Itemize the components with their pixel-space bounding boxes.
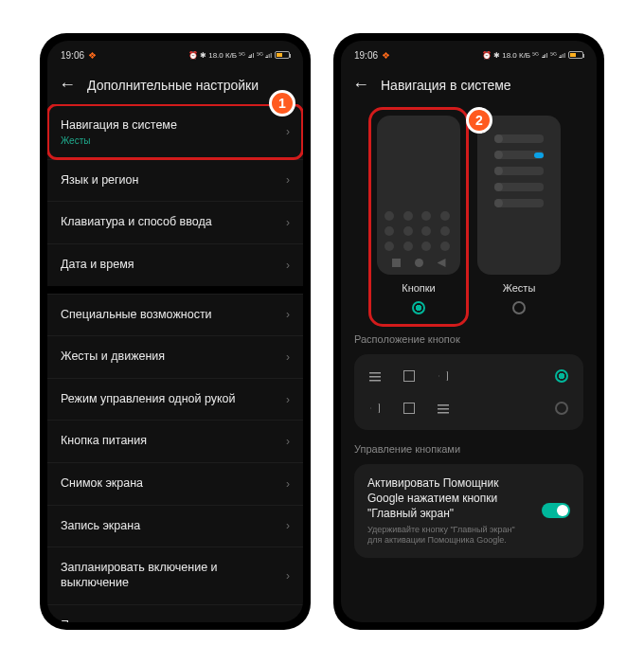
layout-radio-1[interactable] — [555, 369, 568, 383]
triangle-back-icon — [369, 403, 381, 414]
row-label: Жесты и движения — [61, 349, 165, 365]
nav-mode-buttons[interactable]: Кнопки — [371, 110, 466, 324]
row-label: Снимок экрана — [61, 476, 143, 492]
layout-radio-2[interactable] — [555, 402, 568, 415]
status-indicator-icon: ❖ — [382, 50, 390, 61]
phone-right: 2 19:06 ❖ ⏰ ✱ 18.0 К/Б ⁵ᴳ ₄ıl ⁵ᴳ ₄ıl ← Н… — [333, 33, 604, 630]
back-icon[interactable]: ← — [352, 75, 369, 95]
row-label: Дата и время — [61, 258, 134, 273]
row-label: Язык и регион — [61, 173, 138, 188]
chevron-right-icon: › — [286, 393, 290, 406]
row-scheduled-power[interactable]: Запланировать включение и выключение › — [47, 547, 303, 603]
row-sub: Жесты — [61, 135, 177, 146]
radio-buttons[interactable] — [412, 301, 425, 314]
row-label: Запись экрана — [61, 519, 140, 534]
row-label: Навигация в системе — [61, 118, 177, 134]
assistant-title: Активировать Помощник Google нажатием кн… — [367, 475, 530, 522]
menu-icon — [369, 370, 381, 382]
battery-icon — [275, 51, 290, 59]
section-title-mgmt: Управление кнопками — [341, 430, 597, 460]
row-screenrecord[interactable]: Запись экрана › — [47, 505, 303, 547]
row-language[interactable]: Язык и регион › — [47, 159, 303, 202]
row-datetime[interactable]: Дата и время › — [47, 243, 303, 286]
row-label: Специальные возможности — [61, 308, 212, 323]
chevron-right-icon: › — [286, 435, 290, 448]
button-layout-card — [354, 354, 583, 430]
chevron-right-icon: › — [286, 569, 290, 582]
page-title: Дополнительные настройки — [87, 78, 259, 93]
assistant-sub: Удерживайте кнопку "Главный экран" для а… — [367, 525, 530, 547]
square-icon — [403, 370, 415, 382]
row-recommendations[interactable]: Получать рекомендации › — [47, 604, 303, 623]
row-screenshot[interactable]: Снимок экрана › — [47, 462, 303, 505]
layout-option-1[interactable] — [354, 360, 583, 392]
row-label: Клавиатура и способ ввода — [61, 215, 212, 230]
status-bar: 19:06 ❖ ⏰ ✱ 18.0 К/Б ⁵ᴳ ₄ıl ⁵ᴳ ₄ıl — [341, 41, 597, 62]
status-time: 19:06 — [61, 50, 84, 61]
nav-settings-content: Кнопки Жесты Расположение кнопок — [341, 104, 597, 622]
assistant-home-card[interactable]: Активировать Помощник Google нажатием кн… — [354, 464, 583, 558]
screen-system-navigation: 2 19:06 ❖ ⏰ ✱ 18.0 К/Б ⁵ᴳ ₄ıl ⁵ᴳ ₄ıl ← Н… — [341, 41, 597, 622]
chevron-right-icon: › — [286, 618, 290, 622]
row-label: Получать рекомендации — [61, 618, 195, 623]
section-separator — [47, 286, 303, 294]
row-powerbutton[interactable]: Кнопка питания › — [47, 420, 303, 462]
square-icon — [403, 403, 415, 414]
row-navigation[interactable]: Навигация в системе Жесты › — [47, 104, 303, 159]
screen-additional-settings: 1 19:06 ❖ ⏰ ✱ 18.0 К/Б ⁵ᴳ ₄ıl ⁵ᴳ ₄ıl ← Д… — [47, 41, 303, 622]
row-gestures[interactable]: Жесты и движения › — [47, 335, 303, 378]
nav-mode-gestures[interactable]: Жесты — [477, 116, 561, 314]
row-onehand[interactable]: Режим управления одной рукой › — [47, 378, 303, 421]
chevron-right-icon: › — [286, 519, 290, 532]
step-badge-2: 2 — [466, 107, 492, 134]
status-indicator-icon: ❖ — [88, 50, 97, 61]
status-right-cluster: ⏰ ✱ 18.0 К/Б ⁵ᴳ ₄ıl ⁵ᴳ ₄ıl — [188, 51, 272, 60]
row-accessibility[interactable]: Специальные возможности › — [47, 294, 303, 336]
row-label: Режим управления одной рукой — [61, 392, 236, 407]
battery-icon — [568, 51, 583, 59]
chevron-right-icon: › — [286, 173, 290, 187]
step-badge-1: 1 — [269, 90, 295, 116]
chevron-right-icon: › — [286, 308, 290, 321]
settings-list: Навигация в системе Жесты › Язык и регио… — [47, 104, 303, 622]
nav-mode-label: Кнопки — [402, 282, 436, 294]
header: ← Дополнительные настройки — [47, 62, 303, 104]
layout-option-2[interactable] — [354, 392, 583, 424]
nav-mode-label: Жесты — [503, 282, 536, 294]
row-keyboard[interactable]: Клавиатура и способ ввода › — [47, 201, 303, 243]
page-title: Навигация в системе — [381, 78, 511, 93]
header: ← Навигация в системе — [341, 62, 597, 104]
chevron-right-icon: › — [286, 477, 290, 491]
status-bar: 19:06 ❖ ⏰ ✱ 18.0 К/Б ⁵ᴳ ₄ıl ⁵ᴳ ₄ıl — [47, 41, 303, 62]
row-label: Запланировать включение и выключение — [61, 561, 286, 590]
chevron-right-icon: › — [286, 216, 290, 229]
phone-left: 1 19:06 ❖ ⏰ ✱ 18.0 К/Б ⁵ᴳ ₄ıl ⁵ᴳ ₄ıl ← Д… — [40, 33, 311, 630]
menu-icon — [438, 403, 449, 414]
chevron-right-icon: › — [286, 259, 290, 272]
chevron-right-icon: › — [286, 125, 290, 138]
status-right-cluster: ⏰ ✱ 18.0 К/Б ⁵ᴳ ₄ıl ⁵ᴳ ₄ıl — [482, 51, 565, 60]
triangle-back-icon — [438, 370, 449, 382]
mockup-buttons-icon — [377, 116, 460, 275]
chevron-right-icon: › — [286, 350, 290, 364]
assistant-toggle[interactable] — [542, 503, 570, 518]
radio-gestures[interactable] — [512, 301, 526, 314]
back-icon[interactable]: ← — [59, 75, 76, 95]
mockup-gestures-icon — [477, 116, 561, 275]
section-title-layout: Расположение кнопок — [341, 320, 597, 350]
status-time: 19:06 — [354, 50, 378, 61]
row-label: Кнопка питания — [61, 434, 147, 449]
